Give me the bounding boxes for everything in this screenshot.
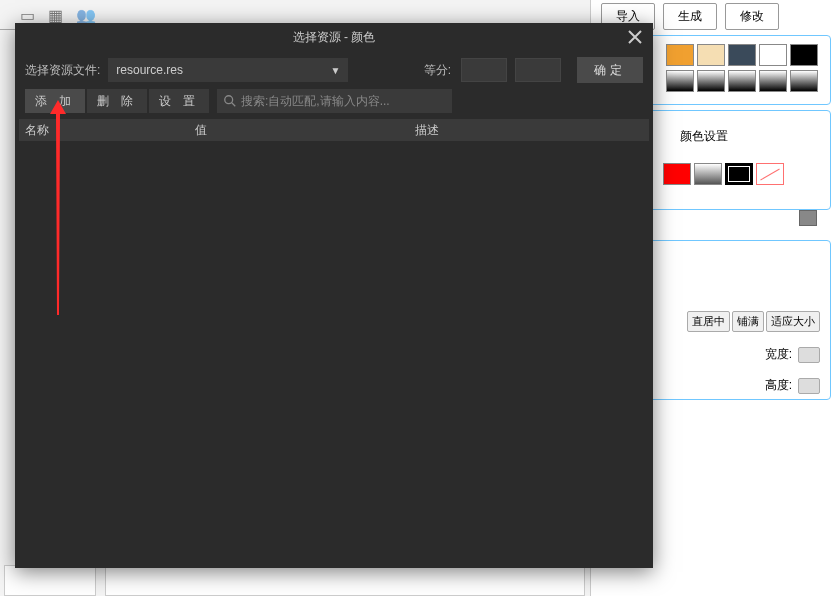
swatch-cream[interactable] xyxy=(697,44,725,66)
mini-swatch-none[interactable] xyxy=(756,163,784,185)
mini-swatch-grad[interactable] xyxy=(694,163,722,185)
swatch-grad-4[interactable] xyxy=(759,70,787,92)
fill-button[interactable]: 铺满 xyxy=(732,311,764,332)
fit-button[interactable]: 适应大小 xyxy=(766,311,820,332)
score-input-1[interactable] xyxy=(461,58,507,82)
confirm-button[interactable]: 确定 xyxy=(577,57,643,83)
search-input[interactable] xyxy=(241,94,446,108)
tool-icon-3[interactable]: 👥 xyxy=(76,6,90,20)
delete-button[interactable]: 删 除 xyxy=(87,89,147,113)
svg-line-1 xyxy=(232,103,236,107)
table-header: 名称 值 描述 xyxy=(19,119,649,141)
col-name[interactable]: 名称 xyxy=(25,122,195,139)
dialog-title-bar[interactable]: 选择资源 - 颜色 xyxy=(15,23,653,51)
height-label: 高度: xyxy=(765,377,792,394)
mini-swatch-red[interactable] xyxy=(663,163,691,185)
add-button[interactable]: 添 加 xyxy=(25,89,85,113)
align-center-button[interactable]: 直居中 xyxy=(687,311,730,332)
mini-swatch-black[interactable] xyxy=(725,163,753,185)
swatch-black[interactable] xyxy=(790,44,818,66)
tool-icon-1[interactable]: ▭ xyxy=(20,6,34,20)
select-resource-dialog: 选择资源 - 颜色 选择资源文件: resource.res ▼ 等分: 确定 … xyxy=(15,23,653,568)
score-label: 等分: xyxy=(424,62,451,79)
swatch-grad-3[interactable] xyxy=(728,70,756,92)
ellipsis-field[interactable] xyxy=(799,210,817,226)
close-icon[interactable] xyxy=(625,27,645,47)
height-input[interactable] xyxy=(798,378,820,394)
table-body xyxy=(19,157,649,564)
bg-left-bottom xyxy=(4,565,96,596)
settings-button[interactable]: 设 置 xyxy=(149,89,209,113)
bg-tab-strip xyxy=(105,566,585,596)
col-desc[interactable]: 描述 xyxy=(395,122,643,139)
swatch-dark[interactable] xyxy=(728,44,756,66)
swatch-grad-1[interactable] xyxy=(666,70,694,92)
tool-icon-2[interactable]: ▦ xyxy=(48,6,62,20)
dialog-title: 选择资源 - 颜色 xyxy=(293,30,376,44)
modify-button[interactable]: 修改 xyxy=(725,3,779,30)
swatch-white[interactable] xyxy=(759,44,787,66)
width-label: 宽度: xyxy=(765,346,792,363)
resource-file-label: 选择资源文件: xyxy=(25,62,100,79)
score-input-2[interactable] xyxy=(515,58,561,82)
chevron-down-icon: ▼ xyxy=(330,65,340,76)
search-wrap xyxy=(217,89,452,113)
svg-point-0 xyxy=(225,96,233,104)
resource-file-dropdown[interactable]: resource.res ▼ xyxy=(108,58,348,82)
color-settings-label: 颜色设置 xyxy=(680,129,728,143)
width-input[interactable] xyxy=(798,347,820,363)
resource-file-value: resource.res xyxy=(116,63,183,77)
search-icon xyxy=(223,94,237,108)
swatch-grad-5[interactable] xyxy=(790,70,818,92)
swatch-orange[interactable] xyxy=(666,44,694,66)
generate-button[interactable]: 生成 xyxy=(663,3,717,30)
swatch-grad-2[interactable] xyxy=(697,70,725,92)
col-value[interactable]: 值 xyxy=(195,122,395,139)
